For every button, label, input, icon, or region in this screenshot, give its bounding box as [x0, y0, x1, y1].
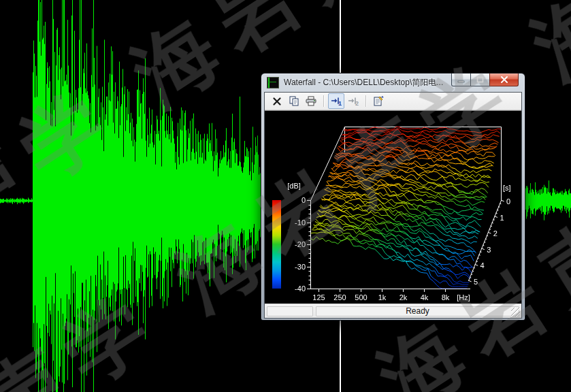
app-icon: [267, 77, 279, 88]
window-body: 1 2: [264, 92, 522, 318]
resize-grip[interactable]: [511, 308, 520, 316]
status-text: Ready: [406, 306, 429, 316]
transfer-2-button[interactable]: 2: [345, 93, 361, 109]
waterfall-3d-chart: [267, 112, 521, 304]
statusbar-message-panel: Ready: [316, 306, 519, 316]
transfer-1-button[interactable]: 1: [328, 93, 344, 109]
window-title: Waterfall - C:\Users\DELL\Desktop\简阳电...: [284, 77, 443, 88]
caption-buttons: [451, 74, 519, 86]
titlebar[interactable]: Waterfall - C:\Users\DELL\Desktop\简阳电...: [261, 74, 525, 92]
delete-x-icon: [272, 97, 282, 106]
minimize-button[interactable]: [451, 74, 471, 86]
delete-button[interactable]: [269, 93, 285, 109]
transfer-1-label: 1: [338, 100, 342, 107]
maximize-button[interactable]: [471, 74, 489, 86]
maximize-icon: [476, 76, 484, 83]
minimize-icon: [457, 77, 465, 83]
copy-button[interactable]: [286, 93, 302, 109]
toolbar-separator: [365, 95, 367, 107]
transfer-2-label: 2: [355, 100, 359, 107]
properties-button[interactable]: [370, 93, 387, 109]
statusbar-left-panel: [267, 306, 313, 316]
waterfall-window: Waterfall - C:\Users\DELL\Desktop\简阳电...: [261, 73, 525, 321]
toolbar: 1 2: [265, 93, 521, 110]
close-button[interactable]: [489, 74, 519, 86]
print-button[interactable]: [303, 93, 319, 109]
copy-icon: [289, 96, 299, 106]
statusbar: Ready: [265, 304, 521, 318]
waterfall-plot-area: [265, 110, 521, 304]
print-icon: [306, 96, 316, 106]
screenshot-root: { "watermark": { "text": "海岩声学", "row_te…: [0, 0, 571, 392]
toolbar-separator: [323, 95, 325, 107]
properties-icon: [373, 96, 384, 106]
close-icon: [500, 76, 508, 84]
